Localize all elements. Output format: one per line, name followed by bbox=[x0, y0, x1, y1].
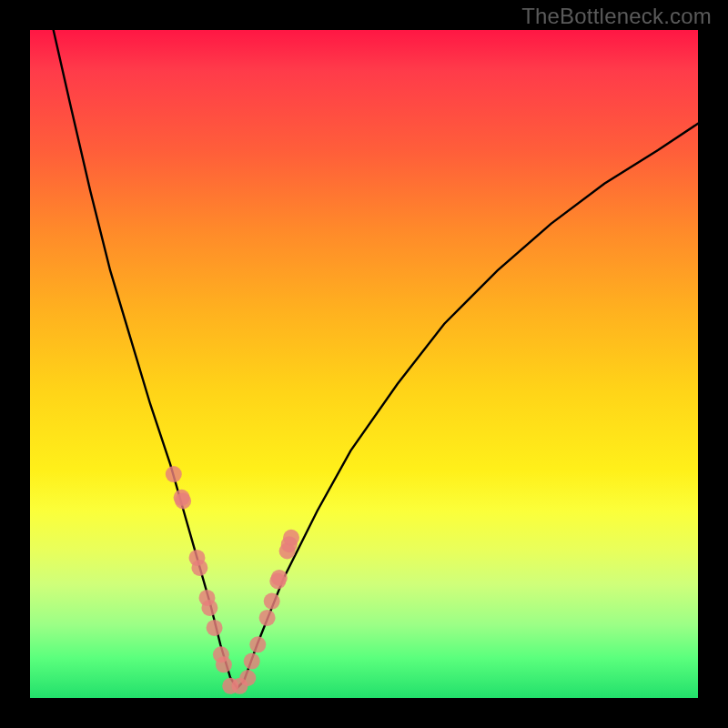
data-point bbox=[244, 653, 260, 670]
data-point bbox=[259, 610, 276, 626]
data-points-layer bbox=[166, 466, 299, 694]
data-point bbox=[191, 560, 207, 576]
data-point bbox=[283, 530, 299, 546]
data-point bbox=[166, 466, 182, 482]
chart-frame: TheBottleneck.com bbox=[0, 0, 728, 728]
watermark-label: TheBottleneck.com bbox=[521, 4, 712, 29]
data-point bbox=[264, 593, 280, 610]
data-point bbox=[271, 570, 288, 586]
chart-svg bbox=[30, 30, 698, 698]
data-point bbox=[216, 656, 232, 672]
data-point bbox=[249, 636, 266, 652]
plot-area bbox=[30, 30, 698, 698]
data-point bbox=[175, 493, 191, 510]
bottleneck-curve bbox=[54, 30, 698, 688]
data-point bbox=[239, 670, 256, 686]
curve-layer bbox=[54, 30, 698, 688]
data-point bbox=[207, 620, 223, 636]
data-point bbox=[201, 600, 217, 616]
